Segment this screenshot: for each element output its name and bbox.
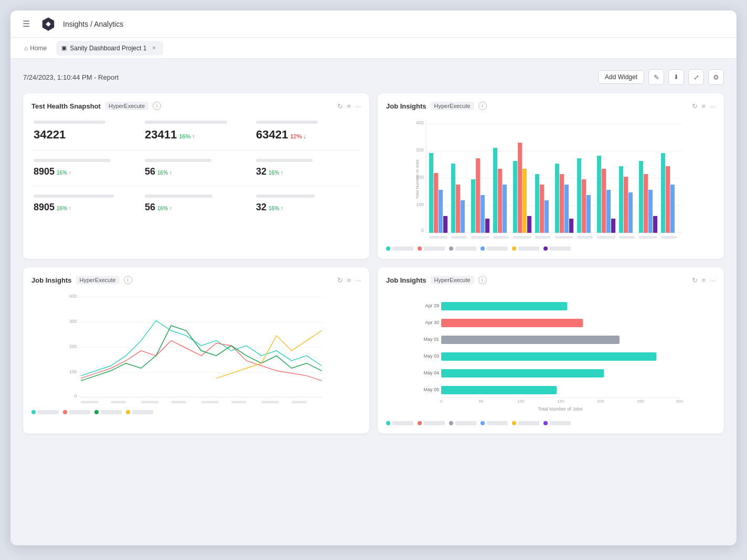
svg-text:200: 200 (69, 344, 77, 349)
svg-rect-25 (503, 185, 507, 233)
svg-rect-26 (513, 161, 517, 233)
download-button[interactable]: ⬇ (668, 69, 684, 85)
settings-icon: ⚙ (713, 73, 719, 81)
test-health-info-icon[interactable]: i (153, 102, 161, 110)
line-chart-svg: 400 300 200 100 0 (31, 290, 361, 406)
line-chart-badge: HyperExecute (76, 276, 120, 284)
line-chart-container: 400 300 200 100 0 (31, 290, 361, 406)
job-insights-filter[interactable]: ≡ (702, 102, 706, 110)
test-health-badge: HyperExecute (105, 102, 148, 110)
edit-button[interactable]: ✎ (648, 69, 664, 85)
add-widget-button[interactable]: Add Widget (598, 70, 644, 84)
svg-rect-33 (555, 164, 559, 233)
metric-value-9: 32 16% ↑ (256, 202, 359, 213)
home-tab[interactable]: ⌂ Home (19, 41, 52, 55)
metric-label-bar-3 (256, 121, 318, 124)
svg-rect-37 (577, 158, 581, 233)
hbar-filter[interactable]: ≡ (702, 276, 706, 284)
metric-change-4: 16% ↑ (57, 170, 71, 176)
home-tab-label: Home (30, 45, 47, 52)
svg-rect-81 (231, 401, 247, 403)
metric-item-5: 56 16% ↑ (143, 155, 250, 181)
svg-rect-59 (535, 236, 551, 239)
svg-text:100: 100 (416, 202, 424, 207)
hbar-legend-3 (449, 421, 476, 425)
metric-item-1: 34221 (31, 116, 138, 146)
test-health-more[interactable]: ··· (355, 102, 361, 110)
svg-rect-90 (441, 302, 567, 310)
svg-rect-93 (441, 352, 656, 361)
svg-rect-24 (498, 169, 502, 233)
hbar-badge: HyperExecute (431, 276, 474, 284)
legend-item-2 (418, 246, 445, 251)
settings-button[interactable]: ⚙ (708, 69, 724, 85)
test-health-filter[interactable]: ≡ (347, 102, 351, 110)
share-button[interactable]: ⤢ (688, 69, 704, 85)
svg-rect-77 (111, 401, 126, 403)
test-health-title: Test Health Snapshot (31, 102, 101, 110)
metric-item-2: 23411 16% ↑ (143, 116, 250, 146)
svg-text:400: 400 (416, 120, 424, 125)
metric-value-6: 32 16% ↑ (256, 166, 359, 177)
svg-rect-21 (481, 195, 485, 233)
svg-text:150: 150 (557, 399, 564, 404)
menu-icon[interactable]: ☰ (19, 17, 34, 31)
svg-rect-53 (670, 185, 675, 233)
download-icon: ⬇ (674, 73, 679, 81)
svg-rect-44 (619, 166, 623, 233)
app-logo (40, 16, 57, 33)
test-health-refresh[interactable]: ↻ (337, 102, 343, 110)
svg-rect-14 (439, 190, 443, 233)
titlebar: ☰ Insights / Analytics (10, 10, 737, 38)
share-icon: ⤢ (693, 73, 699, 81)
hbar-legend-1 (386, 421, 413, 425)
svg-rect-13 (434, 173, 438, 233)
main-content: 7/24/2023, 1:10:44 PM - Report Add Widge… (10, 59, 737, 444)
svg-rect-28 (522, 169, 527, 233)
svg-rect-38 (582, 179, 586, 233)
job-insights-refresh[interactable]: ↻ (692, 102, 698, 110)
metric-label-bar-5 (145, 159, 211, 162)
svg-rect-35 (564, 185, 569, 233)
line-chart-title: Job Insights (31, 276, 72, 284)
test-health-actions: ↻ ≡ ··· (337, 102, 361, 110)
line-chart-more[interactable]: ··· (355, 276, 361, 284)
job-insights-info-icon[interactable]: i (478, 102, 487, 110)
svg-rect-83 (292, 401, 307, 403)
svg-rect-29 (527, 216, 531, 233)
svg-rect-39 (586, 195, 591, 233)
line-chart-info-icon[interactable]: i (124, 276, 132, 284)
svg-rect-30 (535, 174, 539, 233)
svg-rect-49 (648, 190, 653, 233)
widget-header-test-health: Test Health Snapshot HyperExecute i ↻ ≡ … (31, 102, 361, 110)
line-legend-2 (63, 410, 90, 414)
tab-close-button[interactable]: × (150, 44, 158, 52)
report-timestamp: 7/24/2023, 1:10:44 PM - Report (23, 73, 119, 81)
active-tab[interactable]: ▣ Sanity Dashboard Project 1 × (56, 41, 163, 56)
hbar-info-icon[interactable]: i (478, 276, 487, 284)
line-chart-filter[interactable]: ≡ (347, 276, 351, 284)
metrics-row-2: 8905 16% ↑ 56 16% ↑ 32 (31, 155, 361, 181)
line-chart-legend (31, 410, 361, 414)
line-chart-refresh[interactable]: ↻ (337, 276, 343, 284)
job-insights-title: Job Insights (386, 102, 426, 110)
svg-text:0: 0 (421, 228, 424, 233)
line-legend-3 (94, 410, 122, 414)
test-health-widget: Test Health Snapshot HyperExecute i ↻ ≡ … (23, 93, 369, 259)
svg-rect-43 (611, 219, 615, 233)
svg-rect-64 (639, 236, 657, 239)
metric-value-1: 34221 (34, 128, 136, 142)
svg-text:Apr 29: Apr 29 (425, 303, 439, 308)
hbar-more[interactable]: ··· (710, 276, 716, 284)
svg-rect-23 (493, 148, 497, 233)
job-insights-more[interactable]: ··· (710, 102, 716, 110)
metrics-row-1: 34221 23411 16% ↑ 63421 (31, 116, 361, 146)
job-insights-actions: ↻ ≡ ··· (692, 102, 716, 110)
metric-divider-2 (31, 186, 361, 186)
svg-text:300: 300 (69, 319, 77, 324)
hbar-refresh[interactable]: ↻ (692, 276, 698, 284)
svg-rect-56 (471, 236, 489, 239)
svg-rect-18 (461, 200, 465, 233)
svg-rect-15 (443, 216, 447, 233)
metric-value-2: 23411 16% ↑ (145, 128, 248, 142)
